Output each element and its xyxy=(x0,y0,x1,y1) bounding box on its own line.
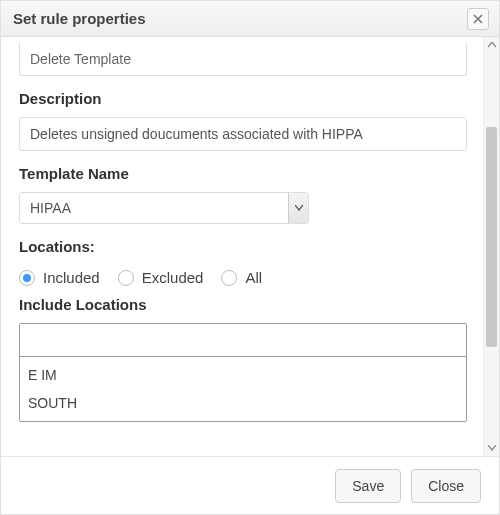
include-locations-box: E IM SOUTH xyxy=(19,323,467,422)
form-content: Description Template Name HIPAA Location… xyxy=(1,37,483,456)
radio-label: Included xyxy=(43,269,100,286)
radio-icon xyxy=(19,270,35,286)
dialog-title: Set rule properties xyxy=(13,10,146,27)
scroll-down-icon[interactable] xyxy=(484,440,499,456)
template-select-value: HIPAA xyxy=(19,192,309,224)
include-locations-list: E IM SOUTH xyxy=(20,357,466,421)
dialog-footer: Save Close xyxy=(1,456,499,514)
description-input[interactable] xyxy=(19,117,467,151)
chevron-down-icon[interactable] xyxy=(288,193,308,223)
list-item[interactable]: E IM xyxy=(20,361,466,389)
locations-radio-group: Included Excluded All xyxy=(19,269,467,286)
description-label: Description xyxy=(19,90,467,107)
radio-label: All xyxy=(245,269,262,286)
template-name-label: Template Name xyxy=(19,165,467,182)
radio-included[interactable]: Included xyxy=(19,269,100,286)
save-button[interactable]: Save xyxy=(335,469,401,503)
include-locations-filter-input[interactable] xyxy=(20,324,466,357)
dialog-header: Set rule properties xyxy=(1,1,499,37)
scroll-thumb[interactable] xyxy=(486,127,497,347)
close-button[interactable]: Close xyxy=(411,469,481,503)
template-select[interactable]: HIPAA xyxy=(19,192,309,224)
vertical-scrollbar[interactable] xyxy=(483,37,499,456)
close-icon[interactable] xyxy=(467,8,489,30)
radio-excluded[interactable]: Excluded xyxy=(118,269,204,286)
radio-all[interactable]: All xyxy=(221,269,262,286)
scroll-up-icon[interactable] xyxy=(484,37,499,53)
radio-icon xyxy=(118,270,134,286)
list-item[interactable]: SOUTH xyxy=(20,389,466,417)
locations-label: Locations: xyxy=(19,238,467,255)
radio-label: Excluded xyxy=(142,269,204,286)
dialog-body: Description Template Name HIPAA Location… xyxy=(1,37,499,456)
rule-name-input[interactable] xyxy=(19,43,467,76)
include-locations-label: Include Locations xyxy=(19,296,467,313)
radio-icon xyxy=(221,270,237,286)
